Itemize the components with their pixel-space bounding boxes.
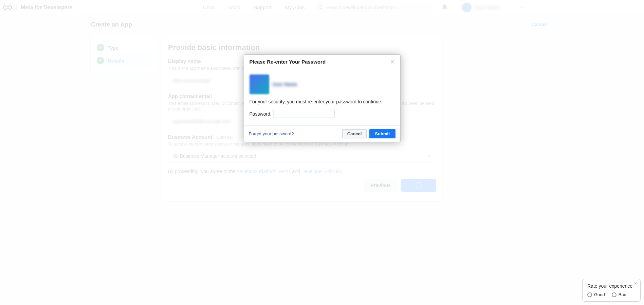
password-row: Password: [250, 110, 395, 118]
feedback-bad[interactable]: Bad [612, 292, 626, 297]
close-icon[interactable] [390, 60, 395, 64]
password-input[interactable] [274, 110, 334, 118]
feedback-label: Bad [619, 292, 626, 297]
feedback-label: Good [594, 292, 605, 297]
modal-header: Please Re-enter Your Password [244, 55, 400, 69]
reauth-modal: Please Re-enter Your Password User Name … [244, 54, 401, 142]
radio-icon [587, 292, 592, 297]
modal-overlay: Please Re-enter Your Password User Name … [0, 0, 644, 305]
modal-actions: Cancel Submit [342, 129, 395, 138]
feedback-widget: Rate your experience Good Bad [582, 279, 641, 302]
user-name: User Name [273, 82, 297, 87]
radio-icon [612, 292, 617, 297]
avatar [250, 74, 269, 94]
forgot-password-link[interactable]: Forgot your password? [249, 131, 294, 136]
modal-body: User Name For your security, you must re… [244, 69, 400, 125]
feedback-title: Rate your experience [587, 283, 636, 289]
modal-footer: Forgot your password? Cancel Submit [244, 125, 400, 142]
feedback-good[interactable]: Good [587, 292, 605, 297]
modal-cancel-button[interactable]: Cancel [342, 129, 367, 138]
modal-message: For your security, you must re-enter you… [250, 99, 395, 104]
modal-submit-button[interactable]: Submit [369, 129, 395, 138]
feedback-options: Good Bad [587, 292, 636, 297]
close-icon[interactable] [633, 281, 638, 285]
modal-user: User Name [250, 74, 395, 94]
password-label: Password: [250, 111, 272, 117]
modal-title: Please Re-enter Your Password [250, 59, 326, 65]
